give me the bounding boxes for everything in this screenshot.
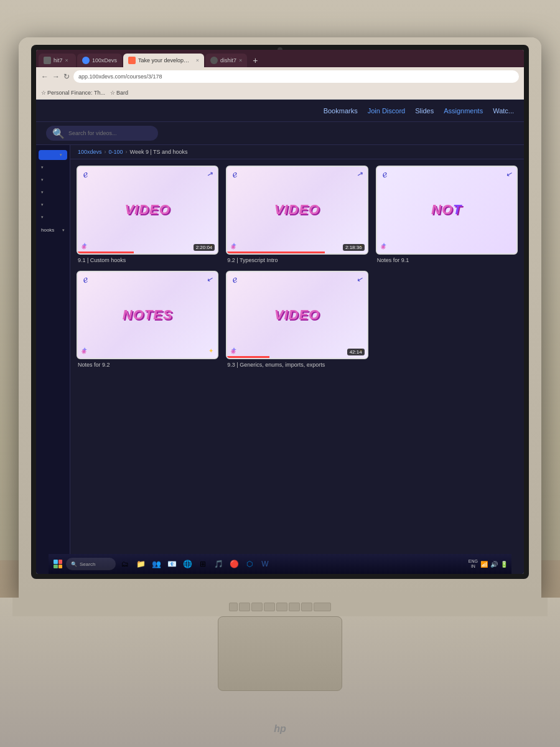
video-title-3: Notes for 9.1	[376, 257, 518, 263]
sidebar-item-6[interactable]: ▾	[36, 212, 70, 222]
tab-favicon-3	[128, 57, 136, 64]
tab-close-1[interactable]: ×	[65, 57, 68, 63]
sidebar-item-4[interactable]: ▾	[36, 187, 70, 197]
key-2	[239, 603, 250, 611]
thumbnail-inner-2: ℯ ↗ VIDEO ✦ ⁕ ✦	[227, 167, 366, 253]
taskbar-battery-icon[interactable]: 🔋	[500, 561, 508, 568]
nav-bookmarks[interactable]: Bookmarks	[324, 107, 358, 115]
breadcrumb-home[interactable]: 100xdevs	[78, 149, 102, 155]
browser-tab-4[interactable]: dishit7 ×	[205, 54, 247, 67]
bookmark-icon-2: ☆	[110, 90, 115, 96]
taskbar-icon-files[interactable]: 🗂	[118, 557, 132, 571]
breadcrumb-sep-2: ›	[126, 149, 128, 155]
deco-curl-tl-4: ℯ	[82, 274, 90, 285]
chevron-icon-3: ▾	[41, 177, 44, 182]
laptop-bottom: hp	[0, 598, 560, 747]
thumbnail-inner-1: ℯ ↗ VIDEO ✦ ⁕ ✦	[78, 167, 217, 253]
taskbar-icon-yt[interactable]: 🔴	[227, 557, 241, 571]
browser-tab-1[interactable]: hit7 ×	[39, 54, 76, 67]
key-4	[264, 603, 275, 611]
new-tab-button[interactable]: +	[248, 54, 262, 67]
windows-taskbar: 🔍 Search 🗂 📁 👥 📧 🌐 ⊞ 🎵 🔴 ⬡ W	[49, 554, 511, 574]
bookmark-2[interactable]: ☆ Bard	[110, 90, 128, 96]
video-title-1: 9.1 | Custom hooks	[77, 257, 218, 263]
taskbar-icons: 🗂 📁 👥 📧 🌐 ⊞ 🎵 🔴 ⬡ W	[118, 557, 466, 571]
duration-badge-1: 2:20:04	[194, 244, 215, 251]
reload-button[interactable]: ↻	[63, 72, 70, 81]
search-bar[interactable]: 🔍	[46, 126, 158, 141]
browser-tab-2[interactable]: 100xDevs	[77, 54, 122, 67]
screen-bezel: hit7 × 100xDevs Take your development sk…	[31, 45, 529, 579]
breadcrumb-sep-1: ›	[105, 149, 106, 155]
video-thumbnail-1[interactable]: ℯ ↗ VIDEO ✦ ⁕ ✦ 2:20:04	[77, 166, 218, 255]
progress-bar-1	[78, 251, 134, 253]
taskbar-icon-spotify[interactable]: 🎵	[212, 557, 225, 571]
main-layout: ▾ ▾ ▾ ▾ ▾	[36, 145, 524, 574]
video-card-2[interactable]: ℯ ↗ VIDEO ✦ ⁕ ✦ 2:18:36	[226, 166, 368, 263]
tab-label-3: Take your development skills	[138, 57, 194, 63]
sidebar-item-5[interactable]: ▾	[36, 200, 70, 210]
sidebar-label-hooks: hooks	[41, 227, 54, 233]
sidebar-item-1[interactable]: ▾	[39, 150, 67, 160]
tab-close-3[interactable]: ×	[196, 57, 199, 63]
video-card-4[interactable]: ℯ ↙ NOTES ✦ ⁕ ✦ Notes for 9.2	[77, 271, 218, 369]
taskbar-network-icon[interactable]: 📶	[480, 561, 488, 568]
taskbar-icon-teams[interactable]: 👥	[149, 557, 163, 571]
video-thumbnail-2[interactable]: ℯ ↗ VIDEO ✦ ⁕ ✦ 2:18:36	[226, 166, 368, 255]
video-card-1[interactable]: ℯ ↗ VIDEO ✦ ⁕ ✦ 2:20:04	[77, 166, 218, 263]
bookmark-icon-1: ☆	[41, 90, 46, 96]
nav-assignments[interactable]: Assignments	[444, 107, 483, 115]
taskbar-icon-store[interactable]: ⊞	[196, 557, 210, 571]
search-section: 🔍	[36, 122, 524, 145]
url-bar[interactable]: app.100xdevs.com/courses/3/178	[73, 70, 519, 83]
tab-bar: hit7 × 100xDevs Take your development sk…	[36, 50, 524, 67]
deco-pink-bl-3: ⁕	[380, 242, 387, 252]
search-icon: 🔍	[52, 128, 65, 139]
taskbar-right: ENGIN 📶 🔊 🔋	[469, 559, 508, 568]
browser-tab-3[interactable]: Take your development skills ×	[123, 54, 204, 67]
deco-pink-bl-4: ⁕	[80, 347, 88, 357]
video-title-5: 9.3 | Generics, enums, imports, exports	[226, 362, 368, 368]
sidebar-item-hooks[interactable]: hooks ▾	[36, 225, 70, 235]
nav-join-discord[interactable]: Join Discord	[368, 107, 406, 115]
url-text: app.100xdevs.com/courses/3/178	[78, 73, 162, 80]
deco-star-br-4: ✦	[208, 347, 213, 354]
bookmark-label-1: Personal Finance: Th...	[47, 90, 105, 96]
video-grid: ℯ ↗ VIDEO ✦ ⁕ ✦ 2:20:04	[77, 166, 518, 368]
video-title-4: Notes for 9.2	[77, 362, 218, 368]
forward-button[interactable]: →	[52, 72, 60, 81]
video-card-5[interactable]: ℯ ↙ VIDEO ✦ ⁕ ✦ 42:14	[226, 271, 368, 369]
sidebar-item-2[interactable]: ▾	[36, 162, 70, 172]
video-card-3[interactable]: ℯ ↙ NOT ✦ ⁕ Notes for 9.1	[376, 166, 518, 263]
sidebar-item-3[interactable]: ▾	[36, 175, 70, 185]
windows-logo	[54, 560, 62, 568]
app-content: Bookmarks Join Discord Slides Assignment…	[36, 100, 524, 574]
thumbnail-type-5: VIDEO	[274, 307, 320, 323]
video-thumbnail-3[interactable]: ℯ ↙ NOT ✦ ⁕	[376, 166, 518, 255]
video-thumbnail-5[interactable]: ℯ ↙ VIDEO ✦ ⁕ ✦ 42:14	[226, 271, 368, 360]
taskbar-icon-word[interactable]: W	[258, 557, 272, 571]
tab-close-4[interactable]: ×	[239, 57, 242, 63]
taskbar-icon-browser[interactable]: 🌐	[180, 557, 194, 571]
deco-curl-tr-2: ↗	[356, 169, 364, 179]
bookmark-1[interactable]: ☆ Personal Finance: Th...	[41, 90, 105, 96]
video-thumbnail-4[interactable]: ℯ ↙ NOTES ✦ ⁕ ✦	[77, 271, 218, 360]
laptop-body: hit7 × 100xDevs Take your development sk…	[19, 37, 541, 598]
taskbar-sys-text: ENGIN	[469, 559, 478, 568]
taskbar-icon-folder[interactable]: 📁	[134, 557, 147, 571]
taskbar-icon-vscode[interactable]: ⬡	[243, 557, 256, 571]
key-1	[229, 603, 238, 611]
start-button[interactable]	[52, 558, 63, 570]
nav-slides[interactable]: Slides	[415, 107, 434, 115]
back-button[interactable]: ←	[41, 72, 49, 81]
taskbar-search[interactable]: 🔍 Search	[66, 558, 116, 570]
nav-watch[interactable]: Watc...	[493, 107, 514, 115]
trackpad[interactable]	[218, 616, 342, 691]
taskbar-icon-mail[interactable]: 📧	[165, 557, 179, 571]
thumbnail-inner-5: ℯ ↙ VIDEO ✦ ⁕ ✦	[227, 272, 366, 359]
taskbar-speaker-icon[interactable]: 🔊	[490, 561, 498, 568]
breadcrumb-level2[interactable]: 0-100	[109, 149, 123, 155]
key-8	[314, 603, 331, 611]
chevron-icon-6: ▾	[41, 215, 44, 220]
search-input[interactable]	[68, 130, 152, 136]
